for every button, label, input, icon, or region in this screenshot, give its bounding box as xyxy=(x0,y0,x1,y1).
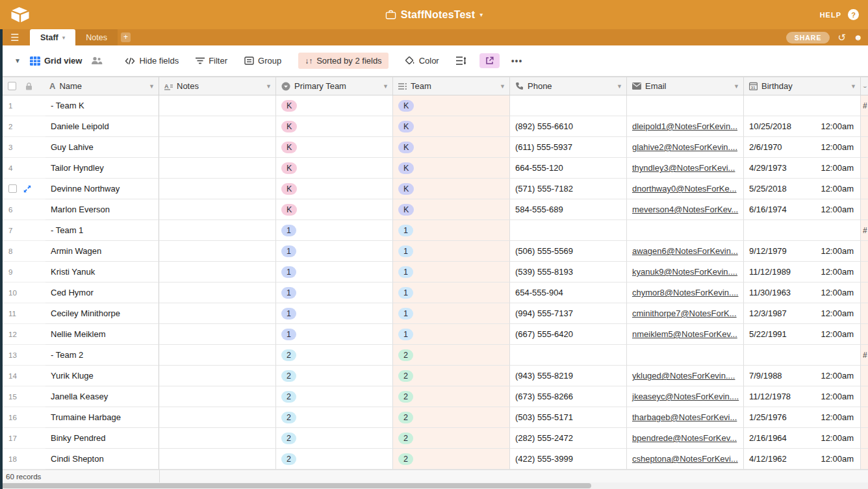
primary-team-cell[interactable]: K xyxy=(276,137,393,158)
name-cell[interactable]: Guy Lahive xyxy=(45,137,159,158)
column-header-team[interactable]: Team ▼ xyxy=(393,77,510,95)
email-link[interactable]: ykluged@NotesForKevin.... xyxy=(632,371,735,381)
email-cell[interactable]: thyndley3@NotesForKevi... xyxy=(627,158,744,179)
partial-column-cell[interactable]: # xyxy=(861,220,868,241)
birthday-cell[interactable] xyxy=(744,345,861,366)
team-cell[interactable]: 1 xyxy=(393,303,510,324)
team-cell[interactable]: 2 xyxy=(393,345,510,366)
team-cell[interactable]: K xyxy=(393,158,510,179)
name-cell[interactable]: Armin Wagen xyxy=(45,241,159,262)
row-gutter[interactable] xyxy=(0,179,45,199)
phone-cell[interactable]: (422) 555-3999 xyxy=(510,449,627,470)
name-cell[interactable]: Cindi Shepton xyxy=(45,449,159,470)
primary-team-cell[interactable]: 2 xyxy=(276,428,393,449)
team-cell[interactable]: K xyxy=(393,116,510,137)
email-link[interactable]: dleipold1@NotesForKevin... xyxy=(632,121,737,131)
email-cell[interactable]: jkeaseyc@NotesForKevin.... xyxy=(627,386,744,407)
birthday-cell[interactable]: 11/12/197812:00am xyxy=(744,386,861,407)
email-link[interactable]: dnorthway0@NotesForKe... xyxy=(632,184,737,194)
phone-cell[interactable] xyxy=(510,220,627,241)
group-row[interactable]: 1- Team KKK# xyxy=(0,95,868,116)
table-row[interactable]: 8Armin Wagen11(506) 555-5569awagen6@Note… xyxy=(0,241,868,262)
column-header-notes[interactable]: A Notes ▼ xyxy=(159,77,276,95)
team-cell[interactable]: 2 xyxy=(393,449,510,470)
primary-team-cell[interactable]: K xyxy=(276,95,393,116)
phone-cell[interactable]: 584-555-689 xyxy=(510,199,627,220)
column-chevron-down-icon[interactable]: ▼ xyxy=(149,83,155,90)
team-cell[interactable]: 1 xyxy=(393,262,510,282)
team-cell[interactable]: K xyxy=(393,199,510,220)
primary-team-cell[interactable]: 2 xyxy=(276,407,393,428)
name-cell[interactable]: Nellie Meiklem xyxy=(45,324,159,345)
column-header-primary-team[interactable]: Primary Team ▼ xyxy=(276,77,393,95)
name-cell[interactable]: Yurik Kluge xyxy=(45,366,159,386)
email-link[interactable]: glahive2@NotesForKevin.... xyxy=(632,142,737,152)
group-row[interactable]: 13- Team 222# xyxy=(0,345,868,366)
email-cell[interactable]: bpendrede@NotesForKev... xyxy=(627,428,744,449)
partial-column-cell[interactable] xyxy=(861,303,868,324)
email-cell[interactable]: meverson4@NotesForKev... xyxy=(627,199,744,220)
horizontal-scrollbar-thumb[interactable] xyxy=(1,483,591,488)
row-gutter[interactable]: 2 xyxy=(0,116,45,137)
birthday-cell[interactable]: 5/25/201812:00am xyxy=(744,179,861,199)
birthday-cell[interactable]: 2/16/196412:00am xyxy=(744,428,861,449)
email-link[interactable]: nmeiklem5@NotesForKev... xyxy=(632,329,737,339)
partial-column-cell[interactable] xyxy=(861,158,868,179)
help-question-icon[interactable]: ? xyxy=(848,9,859,20)
table-row[interactable]: 6Marlon EversonKK584-555-689meverson4@No… xyxy=(0,199,868,220)
row-gutter[interactable]: 1 xyxy=(0,95,45,116)
email-cell[interactable]: cminithorpe7@NotesForK... xyxy=(627,303,744,324)
birthday-cell[interactable]: 11/30/196312:00am xyxy=(744,282,861,303)
phone-cell[interactable]: (667) 555-6420 xyxy=(510,324,627,345)
team-cell[interactable]: 1 xyxy=(393,324,510,345)
partial-column-cell[interactable] xyxy=(861,449,868,470)
primary-team-cell[interactable]: K xyxy=(276,158,393,179)
primary-team-cell[interactable]: 1 xyxy=(276,241,393,262)
phone-cell[interactable]: (506) 555-5569 xyxy=(510,241,627,262)
birthday-cell[interactable]: 5/22/199112:00am xyxy=(744,324,861,345)
column-chevron-down-icon[interactable]: ▼ xyxy=(266,83,272,90)
email-link[interactable]: meverson4@NotesForKev... xyxy=(632,205,738,214)
partial-column-cell[interactable] xyxy=(861,366,868,386)
notes-cell[interactable] xyxy=(159,345,276,366)
phone-cell[interactable]: (282) 555-2472 xyxy=(510,428,627,449)
team-cell[interactable]: 2 xyxy=(393,407,510,428)
partial-column-cell[interactable] xyxy=(861,199,868,220)
tab-staff[interactable]: Staff ▾ xyxy=(30,29,75,45)
table-row[interactable]: 9Kristi Yanuk11(539) 555-8193kyanuk9@Not… xyxy=(0,262,868,282)
team-cell[interactable]: 1 xyxy=(393,220,510,241)
primary-team-cell[interactable]: K xyxy=(276,199,393,220)
collapsed-sidebar-edge[interactable] xyxy=(0,29,3,489)
email-link[interactable]: jkeaseyc@NotesForKevin.... xyxy=(632,392,739,401)
email-cell[interactable]: tharbageb@NotesForKevi... xyxy=(627,407,744,428)
column-header-name[interactable]: A Name ▼ xyxy=(0,77,159,95)
notes-cell[interactable] xyxy=(159,449,276,470)
email-cell[interactable]: chymor8@NotesForKevin.... xyxy=(627,282,744,303)
group-row[interactable]: 7- Team 111# xyxy=(0,220,868,241)
birthday-cell[interactable]: 10/25/201812:00am xyxy=(744,116,861,137)
notes-cell[interactable] xyxy=(159,137,276,158)
table-row[interactable]: 17Binky Pendred22(282) 555-2472bpendrede… xyxy=(0,428,868,449)
table-row[interactable]: 2Daniele LeipoldKK(892) 555-6610dleipold… xyxy=(0,116,868,137)
primary-team-cell[interactable]: 2 xyxy=(276,386,393,407)
team-cell[interactable]: 2 xyxy=(393,428,510,449)
column-chevron-down-icon[interactable]: ▼ xyxy=(617,83,622,90)
notes-cell[interactable] xyxy=(159,199,276,220)
notes-cell[interactable] xyxy=(159,282,276,303)
table-row[interactable]: 18Cindi Shepton22(422) 555-3999csheptona… xyxy=(0,449,868,470)
email-cell[interactable]: awagen6@NotesForKevin... xyxy=(627,241,744,262)
team-cell[interactable]: 1 xyxy=(393,241,510,262)
email-cell[interactable]: dnorthway0@NotesForKe... xyxy=(627,179,744,199)
filter-button[interactable]: Filter xyxy=(196,56,227,66)
table-row[interactable]: 11Ceciley Minithorpe11(994) 555-7137cmin… xyxy=(0,303,868,324)
phone-cell[interactable]: 664-555-120 xyxy=(510,158,627,179)
partial-column-cell[interactable] xyxy=(861,324,868,345)
notes-cell[interactable] xyxy=(159,303,276,324)
birthday-cell[interactable]: 11/12/198912:00am xyxy=(744,262,861,282)
notes-cell[interactable] xyxy=(159,179,276,199)
row-gutter[interactable]: 14 xyxy=(0,366,45,386)
primary-team-cell[interactable]: 2 xyxy=(276,345,393,366)
email-link[interactable]: awagen6@NotesForKevin... xyxy=(632,246,738,256)
name-cell[interactable]: - Team 2 xyxy=(45,345,159,366)
name-cell[interactable]: - Team K xyxy=(45,95,159,116)
